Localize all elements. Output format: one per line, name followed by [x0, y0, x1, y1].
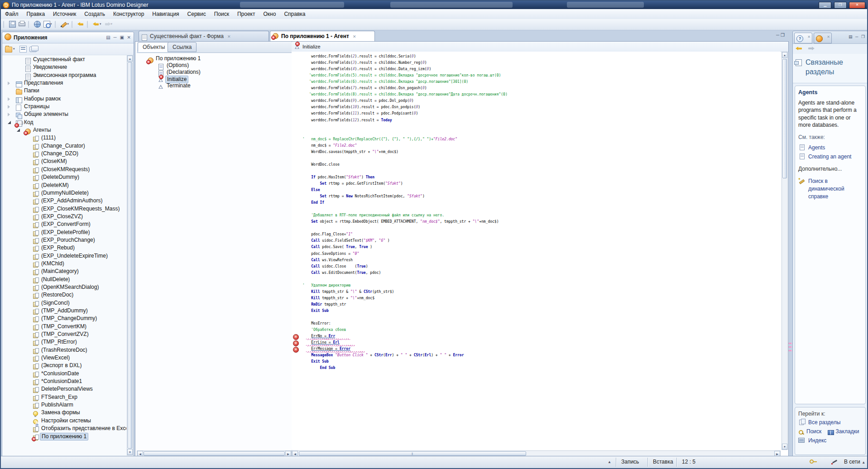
save-icon-button[interactable]: [8, 20, 17, 30]
tree-collapsed-arrow-icon[interactable]: [8, 97, 10, 101]
highlighter-icon-button[interactable]: ▾: [60, 20, 70, 30]
help-link-creating-an-agent[interactable]: Creating an agent: [798, 152, 862, 161]
menu-item-Правка[interactable]: Правка: [23, 9, 49, 19]
app-tree-item[interactable]: Уведомление: [3, 63, 126, 71]
close-window-button[interactable]: ✕: [849, 2, 865, 9]
app-tree-item[interactable]: Папки: [3, 87, 126, 95]
close-tab-icon[interactable]: ✕: [827, 35, 830, 39]
app-tree-item[interactable]: Страницы: [3, 103, 126, 110]
back-icon[interactable]: [795, 45, 805, 52]
web-icon-button[interactable]: [33, 20, 42, 30]
panel-menu-icon[interactable]: ▤: [106, 35, 111, 40]
forward-icon-button[interactable]: ▾: [103, 20, 114, 30]
close-tab-icon[interactable]: ✕: [227, 34, 231, 39]
help-more-link[interactable]: Дополнительно...: [798, 166, 862, 172]
app-tree-item[interactable]: *ConlusionDate: [3, 370, 126, 378]
back-new-icon-button[interactable]: [77, 20, 85, 30]
app-tree-item[interactable]: Агенты: [3, 126, 126, 134]
maximize-editor-icon[interactable]: ❐: [781, 33, 786, 38]
app-tree-item[interactable]: Эмиссионная программа: [3, 72, 126, 79]
tab-dynamic-help[interactable]: ✕: [794, 33, 812, 43]
close-tab-icon[interactable]: ✕: [353, 34, 356, 39]
code-v-scrollbar[interactable]: ▲ ▼: [782, 52, 788, 450]
scroll-up-arrow[interactable]: ▲: [127, 56, 133, 62]
scrollbar-thumb[interactable]: [128, 62, 132, 449]
scrollbar-thumb[interactable]: ⫴: [299, 451, 526, 456]
dropdown-caret-icon[interactable]: ▾: [67, 22, 69, 25]
app-tree-item[interactable]: Настройки системы: [3, 417, 126, 425]
app-tree-item[interactable]: Замена формы: [3, 409, 126, 416]
link-editor-icon[interactable]: [29, 47, 37, 52]
app-tree-item[interactable]: (CloseKMRequests): [3, 166, 126, 173]
app-tree-item[interactable]: (TMP_AddDummy): [3, 307, 126, 315]
app-tree-item[interactable]: Существенный факт: [3, 56, 126, 63]
app-tree-item[interactable]: (EXP_Rebud): [3, 244, 126, 252]
scroll-up-arrow[interactable]: ▲: [782, 52, 787, 58]
scroll-down-arrow[interactable]: ▼: [127, 449, 133, 455]
minimize-window-button[interactable]: ▁: [819, 2, 831, 9]
app-tree-item[interactable]: По приложению 1: [3, 433, 126, 440]
object-tree-item[interactable]: (Options): [137, 62, 292, 69]
code-text[interactable]: worddoc.FormFields(1).result = childdoc.…: [300, 52, 781, 371]
app-tree-item[interactable]: PublishAlarm: [3, 401, 126, 409]
app-tree-item[interactable]: (EXP_DeleteProfile): [3, 229, 126, 236]
app-tree-item[interactable]: Наборы рамок: [3, 95, 126, 103]
menu-item-Конструктор[interactable]: Конструктор: [109, 9, 148, 19]
app-tree-item[interactable]: (1111): [3, 134, 126, 142]
app-tree-item[interactable]: (SignConcl): [3, 299, 126, 307]
security-key-icon[interactable]: [810, 456, 817, 468]
app-tree-item[interactable]: Код: [3, 119, 126, 126]
app-tree-item[interactable]: (EXP_CloseZVZ): [3, 213, 126, 220]
help-link-agents[interactable]: Agents: [798, 143, 862, 152]
app-tree-item[interactable]: (DeleteDummy): [3, 173, 126, 181]
app-tree-item[interactable]: Представления: [3, 79, 126, 87]
tree-collapsed-arrow-icon[interactable]: [8, 113, 10, 116]
app-tree-item[interactable]: DeletePersonalViews: [3, 385, 126, 393]
menu-item-Поиск[interactable]: Поиск: [210, 9, 233, 19]
dropdown-caret-icon[interactable]: ▾: [111, 22, 113, 25]
menu-item-Источник[interactable]: Источник: [49, 9, 80, 19]
panel-close-icon[interactable]: ✕: [127, 35, 132, 40]
dropdown-caret-icon[interactable]: ▾: [100, 22, 101, 25]
scrollbar-thumb[interactable]: [782, 59, 787, 178]
tab-domino-home[interactable]: ✕: [814, 33, 832, 43]
collapse-all-icon[interactable]: [19, 46, 27, 53]
signature-pen-icon[interactable]: [831, 456, 839, 468]
status-expand-icon[interactable]: ▲: [608, 456, 611, 468]
bookmarks-link[interactable]: Закладки: [828, 428, 859, 435]
index-link[interactable]: Индекс: [798, 436, 862, 445]
menu-item-Проект[interactable]: Проект: [233, 9, 259, 19]
tree-expanded-arrow-icon[interactable]: [8, 121, 11, 124]
app-tree-item[interactable]: (DummyNullDelete): [3, 189, 126, 197]
app-tree-item[interactable]: (ViewExcel): [3, 354, 126, 362]
app-tree-item[interactable]: (DeleteKM): [3, 182, 126, 189]
app-tree-item[interactable]: (Экспорт в DXL): [3, 362, 126, 369]
object-tree-item[interactable]: Terminate: [137, 82, 292, 89]
app-tree-item[interactable]: (TMP_RtError): [3, 338, 126, 346]
tab-reference[interactable]: Ссылка: [168, 42, 197, 52]
applications-tree-scrollbar[interactable]: ▲ ▼: [127, 55, 133, 455]
app-tree-item[interactable]: *ConlusionDate1: [3, 378, 126, 385]
tab-objects[interactable]: Объекты: [138, 42, 170, 52]
minimize-editor-icon[interactable]: ─: [776, 33, 781, 38]
object-tree-item[interactable]: Initialize: [137, 76, 292, 82]
menu-item-Файл[interactable]: Файл: [1, 9, 23, 19]
close-tab-icon[interactable]: ✕: [807, 35, 810, 39]
online-status[interactable]: В сети ▲: [844, 456, 865, 468]
tree-collapsed-arrow-icon[interactable]: [8, 81, 10, 85]
menu-item-Создать[interactable]: Создать: [80, 9, 109, 19]
app-tree-item[interactable]: (CloseKM): [3, 158, 126, 165]
app-tree-item[interactable]: Отобразить представление в Excel: [3, 425, 126, 432]
app-tree-item[interactable]: Общие элементы: [3, 110, 126, 118]
app-tree-item[interactable]: (TMP_ConvertKM): [3, 323, 126, 330]
app-tree-item[interactable]: (EXP_PoruchChange): [3, 236, 126, 244]
app-tree-item[interactable]: (EXP_CloseKMRequests_Mass): [3, 205, 126, 213]
panel-minimize-icon[interactable]: ─: [114, 35, 118, 40]
history-icon-button[interactable]: ▾: [43, 20, 53, 30]
app-tree-item[interactable]: (KMChld): [3, 260, 126, 268]
dynamic-help-search-link[interactable]: Поиск в динамической справке: [798, 177, 862, 200]
app-tree-item[interactable]: (RestoreDoc): [3, 291, 126, 299]
app-tree-item[interactable]: (Change_Curator): [3, 142, 126, 150]
app-tree-item[interactable]: FTSearch_Exp: [3, 393, 126, 401]
back-icon-button[interactable]: ▾: [92, 20, 102, 30]
